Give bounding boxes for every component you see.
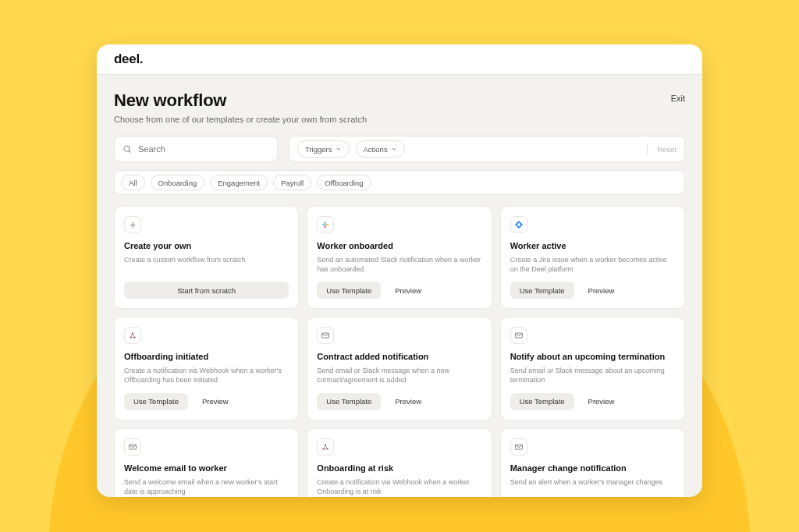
use-template-button[interactable]: Use Template [317, 282, 381, 299]
triggers-label: Triggers [305, 145, 332, 154]
reset-filters[interactable]: Reset [654, 145, 676, 154]
use-template-button[interactable]: Use Template [317, 393, 381, 410]
search-icon [123, 144, 132, 154]
use-template-button[interactable]: Use Template [124, 393, 188, 410]
template-card: Worker activeCreate a Jira issue when a … [500, 206, 685, 309]
svg-point-0 [124, 146, 130, 151]
card-description: Send email or Slack message when a new c… [317, 366, 481, 385]
card-title: Onboarding at risk [317, 463, 481, 473]
tab-offboarding[interactable]: Offboarding [317, 175, 371, 190]
card-description: Send email or Slack message about an upc… [510, 366, 675, 385]
template-card: +Create your ownCreate a custom workflow… [114, 206, 299, 309]
card-title: Notify about an upcoming termination [510, 352, 675, 361]
mail-icon [124, 438, 141, 456]
card-title: Create your own [124, 241, 289, 250]
card-actions: Use TemplatePreview [124, 393, 289, 410]
card-actions: Use TemplatePreview [317, 393, 481, 410]
plus-icon: + [124, 216, 141, 233]
card-title: Manager change notification [510, 463, 675, 473]
search-input[interactable] [138, 144, 269, 154]
mail-icon [510, 438, 527, 456]
preview-button[interactable]: Preview [387, 393, 429, 410]
tab-all[interactable]: All [121, 175, 145, 190]
slack-icon [317, 216, 334, 233]
preview-button[interactable]: Preview [581, 393, 623, 410]
card-actions: Use TemplatePreview [510, 393, 675, 410]
card-description: Send an alert when a worker's manager ch… [510, 477, 675, 496]
webhook-icon [124, 327, 141, 344]
card-description: Send a welcome email when a new worker's… [124, 477, 289, 496]
preview-button[interactable]: Preview [581, 282, 623, 299]
topbar: deel. [97, 44, 702, 75]
page-subtitle: Choose from one of our templates or crea… [114, 115, 685, 124]
category-tabs: AllOnboardingEngagementPayrollOffboardin… [114, 170, 685, 195]
svg-rect-4 [325, 222, 326, 225]
exit-link[interactable]: Exit [671, 94, 685, 103]
card-title: Contract added notification [317, 352, 481, 361]
tab-payroll[interactable]: Payroll [273, 175, 311, 190]
card-description: Send an automated Slack notification whe… [317, 255, 481, 274]
use-template-button[interactable]: Use Template [510, 282, 574, 299]
template-card: Offboarding initiatedCreate a notificati… [114, 317, 299, 420]
template-card: Welcome email to workerSend a welcome em… [114, 428, 299, 497]
use-template-button[interactable]: Use Template [510, 393, 574, 410]
divider [647, 144, 648, 154]
mail-icon [317, 327, 334, 344]
template-card: Contract added notificationSend email or… [307, 317, 492, 420]
filter-group: Triggers Actions Reset [289, 136, 685, 162]
svg-rect-5 [325, 225, 326, 229]
webhook-icon [317, 438, 334, 456]
card-title: Worker onboarded [317, 241, 481, 250]
preview-button[interactable]: Preview [194, 393, 236, 410]
preview-button[interactable]: Preview [387, 282, 429, 299]
template-card: Notify about an upcoming terminationSend… [500, 317, 685, 420]
card-actions: Use TemplatePreview [317, 282, 481, 299]
chevron-down-icon [336, 145, 342, 154]
svg-rect-2 [322, 224, 325, 225]
tab-engagement[interactable]: Engagement [210, 175, 268, 190]
card-actions: Use TemplatePreview [510, 282, 675, 299]
svg-rect-3 [326, 224, 329, 225]
card-actions: Start from scratch [124, 282, 289, 299]
card-description: Create a custom workflow from scratch [124, 255, 289, 274]
page-title: New workflow [114, 90, 226, 111]
svg-line-1 [129, 151, 131, 153]
template-card: Onboarding at riskCreate a notification … [307, 428, 492, 497]
actions-label: Actions [364, 145, 388, 154]
triggers-filter[interactable]: Triggers [297, 140, 350, 158]
card-description: Create a notification via Webhook when a… [317, 477, 481, 496]
card-description: Create a Jira issue when a worker become… [510, 255, 675, 274]
template-card: Manager change notificationSend an alert… [500, 428, 685, 497]
app-window: deel. New workflow Exit Choose from one … [97, 44, 702, 497]
template-grid: +Create your ownCreate a custom workflow… [114, 206, 685, 497]
card-description: Create a notification via Webhook when a… [124, 366, 289, 385]
brand-logo: deel. [114, 51, 143, 67]
mail-icon [510, 327, 527, 344]
template-card: Worker onboardedSend an automated Slack … [307, 206, 492, 309]
search-box[interactable] [114, 136, 278, 162]
start-from-scratch-button[interactable]: Start from scratch [124, 282, 289, 299]
card-title: Welcome email to worker [124, 463, 289, 473]
chevron-down-icon [391, 145, 397, 154]
actions-filter[interactable]: Actions [356, 140, 405, 158]
card-title: Worker active [510, 241, 675, 250]
card-title: Offboarding initiated [124, 352, 289, 361]
tab-onboarding[interactable]: Onboarding [151, 175, 205, 190]
jira-icon [510, 216, 527, 233]
